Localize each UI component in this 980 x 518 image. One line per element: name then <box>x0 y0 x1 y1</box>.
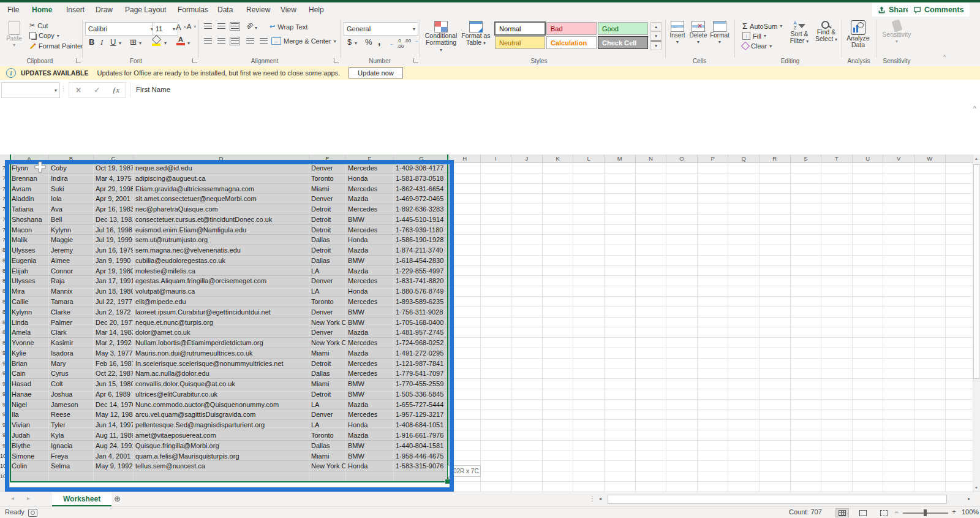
paste-button[interactable]: Paste ▾ <box>4 21 24 48</box>
zoom-out-button[interactable]: − <box>894 508 899 516</box>
autosum-button[interactable]: ΣAutoSum▾ <box>742 21 782 31</box>
previous-sheet-arrow[interactable]: ◂ <box>11 495 14 501</box>
page-layout-view-button[interactable] <box>856 508 870 517</box>
cell-style-normal[interactable]: Normal <box>495 22 545 35</box>
column-header-W[interactable]: W <box>914 154 946 163</box>
cell-style-check-cell[interactable]: Check Cell <box>598 36 648 49</box>
clear-button[interactable]: Clear▾ <box>742 42 772 50</box>
increase-indent-button[interactable] <box>260 38 268 44</box>
delete-cells-button[interactable]: ✕ Delete ▾ <box>688 21 708 45</box>
fill-color-button[interactable] <box>152 36 160 46</box>
merge-center-button[interactable]: ↔Merge & Center▾ <box>271 37 336 45</box>
scroll-up-arrow[interactable]: ▲ <box>973 156 980 161</box>
ribbon-tab-draw[interactable]: Draw <box>93 2 115 17</box>
format-painter-button[interactable]: Format Painter <box>29 42 83 50</box>
analyze-data-button[interactable]: Analyze Data <box>844 20 872 48</box>
bold-button[interactable]: B <box>89 37 94 47</box>
macro-record-icon[interactable] <box>28 509 37 517</box>
borders-menu-chevron[interactable]: ▾ <box>139 40 141 46</box>
enter-check-icon[interactable]: ✓ <box>94 86 100 94</box>
zoom-in-button[interactable]: + <box>952 508 956 516</box>
normal-view-button[interactable] <box>835 508 849 517</box>
format-as-table-button[interactable]: Format as Table ▾ <box>459 21 492 47</box>
cell-style-calculation[interactable]: Calculation <box>546 36 597 49</box>
column-header-partial[interactable] <box>946 154 973 163</box>
format-cells-button[interactable]: Format ▾ <box>709 21 730 45</box>
column-header-Q[interactable]: Q <box>728 154 760 163</box>
vertical-scrollbar-thumb[interactable] <box>973 164 979 379</box>
ribbon-tab-home[interactable]: Home <box>29 2 55 19</box>
font-name-combo[interactable]: Calibri▾ <box>85 22 156 36</box>
ribbon-tab-insert[interactable]: Insert <box>64 2 87 17</box>
formula-bar-input[interactable]: First Name <box>136 82 170 97</box>
number-format-combo[interactable]: General▾ <box>344 22 418 36</box>
cell-style-good[interactable]: Good <box>598 22 648 35</box>
align-top-button[interactable] <box>204 23 212 29</box>
column-header-K[interactable]: K <box>543 154 574 163</box>
column-header-U[interactable]: U <box>853 154 884 163</box>
accounting-format-button[interactable]: $ <box>347 37 352 47</box>
clipboard-dialog-launcher[interactable] <box>76 58 81 63</box>
italic-button[interactable]: I <box>100 37 103 47</box>
ribbon-tab-data[interactable]: Data <box>215 2 235 17</box>
cell-style-bad[interactable]: Bad <box>546 22 597 35</box>
styles-scroll-down[interactable]: ▾ <box>650 31 662 40</box>
sensitivity-button[interactable]: Sensitivity ▾ <box>880 20 914 45</box>
underline-button[interactable]: U <box>110 37 116 47</box>
column-header-J[interactable]: J <box>511 154 543 163</box>
ribbon-tab-review[interactable]: Review <box>244 2 273 17</box>
collapse-ribbon-chevron[interactable]: ^ <box>943 54 946 60</box>
column-header-T[interactable]: T <box>821 154 853 163</box>
align-middle-button[interactable] <box>217 23 225 29</box>
increase-decimal-button[interactable]: ←.0.00 <box>390 38 404 49</box>
column-header-H[interactable]: H <box>450 154 481 163</box>
align-left-button[interactable] <box>204 38 212 44</box>
copy-button[interactable]: Copy▾ <box>29 32 59 39</box>
cut-button[interactable]: ✂Cut <box>29 21 48 29</box>
insert-function-icon[interactable]: ƒx <box>113 86 119 95</box>
orientation-chevron[interactable]: ▾ <box>255 25 257 31</box>
column-header-L[interactable]: L <box>573 154 605 163</box>
underline-menu-chevron[interactable]: ▾ <box>119 40 121 46</box>
align-right-button[interactable] <box>231 38 239 44</box>
zoom-slider-thumb[interactable] <box>924 509 927 516</box>
styles-scroll-up[interactable]: ▴ <box>650 22 662 31</box>
page-break-view-button[interactable] <box>877 508 891 517</box>
name-box[interactable]: ▾ <box>1 82 60 98</box>
fill-color-chevron[interactable]: ▾ <box>164 40 167 46</box>
collapse-formula-bar-chevron[interactable]: ^ <box>973 105 976 112</box>
sort-filter-button[interactable]: AZ Sort & Filter ▾ <box>786 21 812 45</box>
font-color-button[interactable]: A <box>176 36 185 45</box>
cancel-icon[interactable]: ✕ <box>75 86 81 94</box>
wrap-text-button[interactable]: ↩Wrap Text <box>270 23 307 31</box>
alignment-dialog-launcher[interactable] <box>334 58 339 63</box>
column-header-O[interactable]: O <box>666 154 698 163</box>
formula-bar-expanded[interactable]: ^ <box>0 100 980 155</box>
cell-style-neutral[interactable]: Neutral <box>495 36 545 49</box>
comma-style-button[interactable]: , <box>378 36 380 47</box>
sheet-tab-worksheet[interactable]: Worksheet <box>52 492 111 506</box>
column-header-M[interactable]: M <box>605 154 636 163</box>
scroll-right-arrow[interactable]: ▸ <box>968 496 970 501</box>
column-header-N[interactable]: N <box>636 154 667 163</box>
comments-button[interactable]: Comments <box>908 3 970 17</box>
scroll-left-arrow[interactable]: ◂ <box>599 496 601 501</box>
column-header-P[interactable]: P <box>698 154 729 163</box>
ribbon-tab-formulas[interactable]: Formulas <box>175 2 211 17</box>
orientation-button[interactable]: ab <box>245 21 255 31</box>
find-select-button[interactable]: Find & Select ▾ <box>813 21 839 43</box>
decrease-font-button[interactable]: A˅ <box>187 23 196 30</box>
scroll-down-arrow[interactable]: ▼ <box>973 486 980 490</box>
ribbon-tab-file[interactable]: File <box>5 2 21 17</box>
fill-button[interactable]: ↓Fill▾ <box>742 32 766 40</box>
font-dialog-launcher[interactable] <box>192 58 197 63</box>
zoom-percentage[interactable]: 100% <box>962 508 979 516</box>
borders-button[interactable]: ⊞ <box>130 37 137 47</box>
font-color-chevron[interactable]: ▾ <box>187 40 190 46</box>
column-header-S[interactable]: S <box>791 154 822 163</box>
tab-splitter[interactable]: ⋮ <box>589 495 595 502</box>
ribbon-tab-view[interactable]: View <box>278 2 299 17</box>
new-sheet-button[interactable]: ⊕ <box>112 494 123 505</box>
align-center-button[interactable] <box>217 38 225 44</box>
styles-more-button[interactable]: ▾ <box>650 40 662 50</box>
